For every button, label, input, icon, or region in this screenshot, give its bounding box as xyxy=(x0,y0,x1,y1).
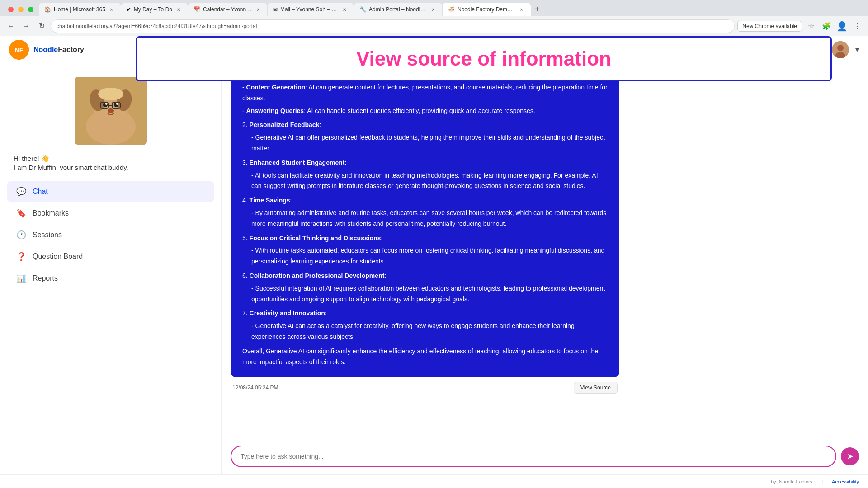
svg-point-11 xyxy=(114,103,118,107)
message-line-6: - AI tools can facilitate creativity and… xyxy=(242,170,608,192)
powered-by-text: by: Noodle Factory xyxy=(771,479,812,484)
sessions-icon: 🕐 xyxy=(16,230,26,240)
window-maximize-btn[interactable] xyxy=(28,7,33,12)
tab-title: Home | Microsoft 365 xyxy=(54,6,105,13)
svg-point-18 xyxy=(98,88,123,100)
message-timestamp: 12/08/24 05:24 PM xyxy=(232,385,278,391)
chat-icon: 💬 xyxy=(16,187,26,197)
back-button[interactable]: ← xyxy=(5,20,17,33)
tab-favicon: ✔ xyxy=(127,6,131,13)
chat-input-area: ➤ xyxy=(222,438,868,474)
message-line-15: Overall, Generative AI can significantly… xyxy=(242,346,608,368)
tab-calendar[interactable]: 📅 Calendar – Yvonne Soh – ✕ xyxy=(188,3,267,16)
tab-title: Admin Portal – Noodle Fa... xyxy=(369,6,427,13)
tab-close-btn[interactable]: ✕ xyxy=(255,6,262,13)
tab-close-btn[interactable]: ✕ xyxy=(108,6,115,13)
sidebar-item-sessions[interactable]: 🕐 Sessions xyxy=(7,225,214,245)
tab-admin-portal[interactable]: 🔧 Admin Portal – Noodle Fa... ✕ xyxy=(354,3,442,16)
bot-avatar-image xyxy=(75,77,147,145)
reports-icon: 📊 xyxy=(16,273,26,283)
more-options-icon[interactable]: ⋮ xyxy=(851,20,863,33)
footer: by: Noodle Factory | Accessibility xyxy=(0,474,868,488)
message-line-10: - With routine tasks automated, educator… xyxy=(242,245,608,267)
sidebar-item-sessions-label: Sessions xyxy=(33,231,62,239)
sidebar-item-question-board-label: Question Board xyxy=(33,253,83,261)
sidebar: 👁 xyxy=(0,63,222,474)
tab-microsoft365[interactable]: 🏠 Home | Microsoft 365 ✕ xyxy=(39,3,121,16)
tab-favicon: ✉ xyxy=(273,6,278,13)
refresh-button[interactable]: ↻ xyxy=(35,20,48,33)
bot-message-bubble: - Content Generation: AI can generate co… xyxy=(231,72,619,377)
message-meta: 12/08/24 05:24 PM View Source xyxy=(231,382,619,397)
message-line-2: - Answering Queries: AI can handle stude… xyxy=(242,106,608,117)
send-button[interactable]: ➤ xyxy=(841,447,859,465)
message-line-7: 4. Time Savings: xyxy=(242,195,608,206)
forward-button[interactable]: → xyxy=(20,20,33,33)
sidebar-item-reports-label: Reports xyxy=(33,274,58,282)
svg-point-10 xyxy=(103,103,108,107)
tab-mail[interactable]: ✉ Mail – Yvonne Soh – Outl... ✕ xyxy=(268,3,354,16)
message-line-3: 2. Personalized Feedback: xyxy=(242,120,608,131)
greeting-text-line2: I am Dr Muffin, your smart chat buddy. xyxy=(0,163,221,172)
browser-window: 🏠 Home | Microsoft 365 ✕ ✔ My Day – To D… xyxy=(0,0,868,36)
message-line-1: - Content Generation: AI can generate co… xyxy=(242,82,608,104)
user-avatar[interactable] xyxy=(832,41,849,58)
send-icon: ➤ xyxy=(847,451,854,461)
source-banner: View source of information xyxy=(136,36,832,81)
message-line-14: - Generative AI can act as a catalyst fo… xyxy=(242,321,608,343)
tab-close-btn[interactable]: ✕ xyxy=(341,6,348,13)
tab-bar: 🏠 Home | Microsoft 365 ✕ ✔ My Day – To D… xyxy=(0,0,868,16)
svg-text:NF: NF xyxy=(15,47,24,54)
tab-title: Noodle Factory Demo 6 – xyxy=(458,6,515,13)
sidebar-item-bookmarks[interactable]: 🔖 Bookmarks xyxy=(7,203,214,224)
greeting-text: Hi there! 👋 xyxy=(0,155,221,163)
tab-todo[interactable]: ✔ My Day – To Do ✕ xyxy=(121,3,188,16)
bookmark-star-icon[interactable]: ☆ xyxy=(805,20,817,33)
address-bar[interactable]: chatbot.noodlefactory.ai/?agent=66b9c74c… xyxy=(51,19,735,33)
accessibility-link[interactable]: Accessibility xyxy=(832,479,859,484)
message-line-9: 5. Focus on Critical Thinking and Discus… xyxy=(242,233,608,244)
tab-title: My Day – To Do xyxy=(134,6,172,13)
bookmark-icon: 🔖 xyxy=(16,208,26,218)
tab-noodle-demo[interactable]: 🍜 Noodle Factory Demo 6 – ✕ xyxy=(443,3,531,16)
window-close-btn[interactable] xyxy=(8,7,14,12)
tab-close-btn[interactable]: ✕ xyxy=(518,6,525,13)
new-chrome-button[interactable]: New Chrome available xyxy=(737,21,802,32)
sidebar-avatar-section: 👁 xyxy=(0,72,221,149)
user-menu-chevron-icon[interactable]: ▾ xyxy=(855,45,859,54)
sidebar-item-chat-label: Chat xyxy=(33,188,48,196)
browser-extensions-icon[interactable]: 🧩 xyxy=(820,20,833,33)
browser-toolbar: ← → ↻ chatbot.noodlefactory.ai/?agent=66… xyxy=(0,16,868,36)
address-text: chatbot.noodlefactory.ai/?agent=66b9c74c… xyxy=(57,23,257,29)
user-profile-icon[interactable]: 👤 xyxy=(835,20,848,33)
sidebar-item-chat[interactable]: 💬 Chat xyxy=(7,181,214,202)
window-controls xyxy=(5,3,39,16)
message-line-8: - By automating administrative and routi… xyxy=(242,208,608,230)
window-minimize-btn[interactable] xyxy=(18,7,24,12)
app-logo: NF NoodleFactory xyxy=(9,40,84,60)
message-line-5: 3. Enhanced Student Engagement: xyxy=(242,158,608,169)
source-banner-title: View source of information xyxy=(356,47,611,70)
tab-favicon: 🏠 xyxy=(44,6,51,13)
tab-favicon: 🔧 xyxy=(359,6,366,13)
tab-title: Mail – Yvonne Soh – Outl... xyxy=(280,6,338,13)
logo-text: NoodleFactory xyxy=(33,46,84,54)
separator: | xyxy=(821,479,823,484)
chat-input[interactable] xyxy=(231,446,836,467)
svg-point-13 xyxy=(116,103,118,105)
message-line-4: - Generative AI can offer personalized f… xyxy=(242,132,608,154)
new-tab-button[interactable]: + xyxy=(531,3,543,15)
tab-title: Calendar – Yvonne Soh – xyxy=(203,6,252,13)
sidebar-item-question-board[interactable]: ❓ Question Board xyxy=(7,246,214,267)
sidebar-item-reports[interactable]: 📊 Reports xyxy=(7,268,214,289)
logo-image: NF xyxy=(9,40,29,60)
view-source-button[interactable]: View Source xyxy=(574,382,618,394)
message-line-12: - Successful integration of AI requires … xyxy=(242,283,608,305)
sidebar-item-bookmarks-label: Bookmarks xyxy=(33,209,69,217)
tab-close-btn[interactable]: ✕ xyxy=(175,6,182,13)
new-chrome-label: New Chrome available xyxy=(742,23,797,29)
tab-close-btn[interactable]: ✕ xyxy=(429,6,437,13)
chat-messages: - Content Generation: AI can generate co… xyxy=(222,63,868,438)
svg-point-17 xyxy=(108,108,114,113)
message-line-13: 7. Creativity and Innovation: xyxy=(242,308,608,319)
